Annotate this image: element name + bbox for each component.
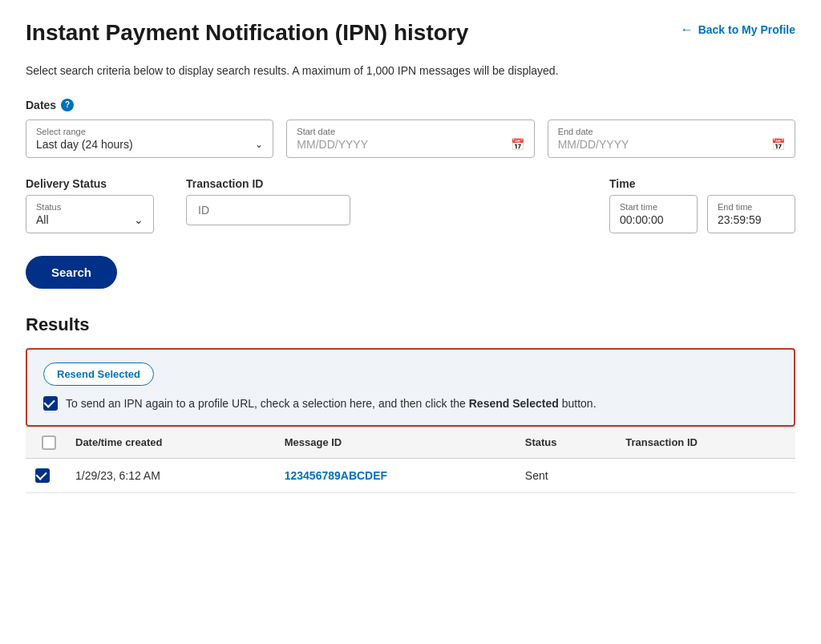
resend-selected-button[interactable]: Resend Selected <box>43 363 154 386</box>
dates-row: Select range Last day (24 hours) ⌄ Start… <box>26 119 795 158</box>
start-date-label: Start date <box>297 127 524 136</box>
end-time-field[interactable]: End time 23:59:59 <box>707 195 795 233</box>
calendar-icon-start[interactable]: 📅 <box>511 138 524 151</box>
table-row: 1/29/23, 6:12 AM 123456789ABCDEF Sent <box>26 458 795 492</box>
row-status: Sent <box>516 458 617 492</box>
dates-help-icon[interactable]: ? <box>61 99 74 111</box>
end-date-value-row: MM/DD/YYYY 📅 <box>558 138 785 151</box>
results-table: Date/time created Message ID Status Tran… <box>26 427 795 493</box>
chevron-down-icon: ⌄ <box>255 139 263 150</box>
page-wrapper: Instant Payment Notification (IPN) histo… <box>0 0 821 525</box>
arrow-left-icon: ← <box>681 22 694 37</box>
delivery-status-group: Delivery Status Status All ⌄ <box>26 177 154 233</box>
header-row: Instant Payment Notification (IPN) histo… <box>26 19 795 47</box>
back-link-label: Back to My Profile <box>698 23 795 36</box>
time-label: Time <box>609 177 795 190</box>
transaction-id-input[interactable] <box>186 195 350 225</box>
end-date-placeholder: MM/DD/YYYY <box>558 138 629 151</box>
end-time-label: End time <box>718 202 785 212</box>
table-header-transaction-id: Transaction ID <box>616 427 795 458</box>
start-time-field[interactable]: Start time 00:00:00 <box>609 195 698 233</box>
status-value-row: All ⌄ <box>36 213 144 226</box>
status-chevron-icon: ⌄ <box>134 213 144 226</box>
back-to-profile-link[interactable]: ← Back to My Profile <box>681 22 795 37</box>
end-time-value: 23:59:59 <box>718 213 785 226</box>
table-header-message-id: Message ID <box>275 427 516 458</box>
time-fields: Start time 00:00:00 End time 23:59:59 <box>609 195 795 233</box>
select-all-checkbox[interactable] <box>42 435 56 450</box>
start-date-value-row: MM/DD/YYYY 📅 <box>297 138 524 151</box>
row-message-id[interactable]: 123456789ABCDEF <box>275 458 516 492</box>
select-range-value-row: Last day (24 hours) ⌄ <box>36 138 263 151</box>
transaction-id-group: Transaction ID <box>186 177 350 225</box>
search-button[interactable]: Search <box>26 256 117 289</box>
status-value: All <box>36 213 49 226</box>
row-date: 1/29/23, 6:12 AM <box>66 458 275 492</box>
row-checkbox[interactable] <box>35 468 50 483</box>
start-date-placeholder: MM/DD/YYYY <box>297 138 368 151</box>
start-time-label: Start time <box>620 202 687 212</box>
start-date-field[interactable]: Start date MM/DD/YYYY 📅 <box>286 119 534 158</box>
select-range-value: Last day (24 hours) <box>36 138 133 151</box>
dates-label: Dates ? <box>26 99 795 111</box>
start-time-value: 00:00:00 <box>620 213 687 226</box>
resend-banner: Resend Selected To send an IPN again to … <box>26 348 795 427</box>
end-date-field[interactable]: End date MM/DD/YYYY 📅 <box>548 119 795 158</box>
select-range-field[interactable]: Select range Last day (24 hours) ⌄ <box>26 119 273 158</box>
delivery-status-label: Delivery Status <box>26 177 154 190</box>
page-title: Instant Payment Notification (IPN) histo… <box>26 19 468 47</box>
table-header-date: Date/time created <box>66 427 275 458</box>
status-field-label: Status <box>36 202 144 212</box>
banner-instruction-text: To send an IPN again to a profile URL, c… <box>66 395 597 412</box>
filters-row: Delivery Status Status All ⌄ Transaction… <box>26 177 795 233</box>
page-description: Select search criteria below to display … <box>26 63 795 79</box>
banner-instruction: To send an IPN again to a profile URL, c… <box>43 395 778 412</box>
table-header-status: Status <box>516 427 617 458</box>
time-group: Time Start time 00:00:00 End time 23:59:… <box>609 177 795 233</box>
results-table-wrapper: Date/time created Message ID Status Tran… <box>26 427 795 493</box>
row-checkbox-cell <box>26 458 66 492</box>
banner-checkbox[interactable] <box>43 396 58 411</box>
message-id-link[interactable]: 123456789ABCDEF <box>285 469 387 482</box>
table-header-row: Date/time created Message ID Status Tran… <box>26 427 795 458</box>
select-range-label: Select range <box>36 127 263 136</box>
end-date-label: End date <box>558 127 785 136</box>
table-header-checkbox <box>26 427 66 458</box>
transaction-id-label: Transaction ID <box>186 177 350 190</box>
row-transaction-id <box>616 458 795 492</box>
results-title: Results <box>26 314 795 335</box>
calendar-icon-end[interactable]: 📅 <box>771 138 785 151</box>
status-select-field[interactable]: Status All ⌄ <box>26 195 154 233</box>
